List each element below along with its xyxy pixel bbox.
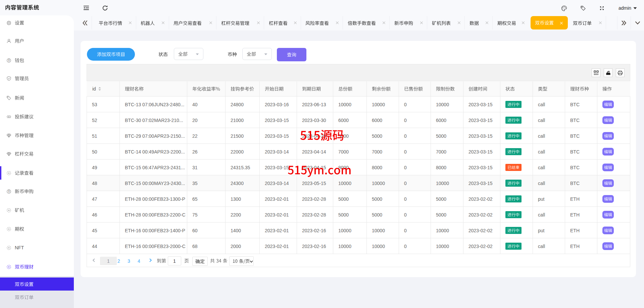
svg-text:$: $	[8, 59, 10, 62]
svg-text:$: $	[8, 190, 10, 193]
